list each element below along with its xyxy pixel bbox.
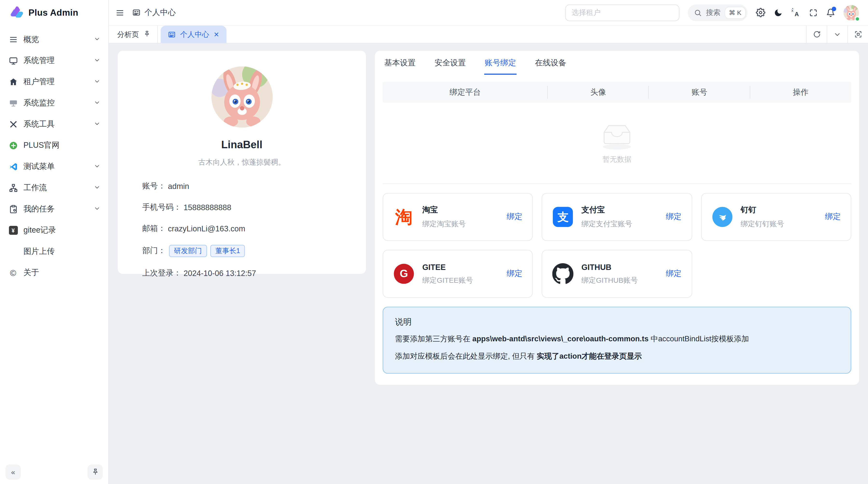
tab-profile-center[interactable]: 个人中心 ✕ <box>161 26 226 43</box>
tab-security-settings[interactable]: 安全设置 <box>434 51 466 75</box>
tenant-select-input[interactable] <box>565 4 679 21</box>
tab-basic-settings[interactable]: 基本设置 <box>384 51 416 75</box>
menu-lines-icon <box>8 35 18 44</box>
sidebar-item-system-monitor[interactable]: 系统监控 <box>5 93 104 114</box>
profile-avatar <box>211 66 273 128</box>
sidebar-collapse-button[interactable]: « <box>5 464 21 479</box>
bind-button[interactable]: 绑定 <box>666 212 682 222</box>
chevron-down-icon <box>94 56 100 65</box>
online-status-dot <box>855 16 860 22</box>
sidebar-item-system-management[interactable]: 系统管理 <box>5 50 104 71</box>
department-tag: 研发部门 <box>169 245 207 257</box>
column-header-avatar: 头像 <box>548 82 649 103</box>
content-fullscreen-button[interactable] <box>847 26 868 43</box>
row-label: 邮箱： <box>142 224 166 234</box>
profile-details: 账号： admin 手机号码： 15888888888 邮箱： crazyLio… <box>142 181 341 278</box>
sidebar-item-label: 系统管理 <box>23 56 88 66</box>
row-label: 部门： <box>142 246 166 256</box>
global-search-button[interactable]: 搜索 ⌘ K <box>688 4 747 21</box>
app-title: Plus Admin <box>28 8 79 18</box>
profile-row-email: 邮箱： crazyLionLi@163.com <box>142 224 341 234</box>
notification-badge <box>832 6 836 11</box>
sidebar-item-plus-website[interactable]: PLUS官网 <box>5 135 104 156</box>
sidebar-item-system-tools[interactable]: 系统工具 <box>5 114 104 135</box>
sidebar-item-workflow[interactable]: 工作流 <box>5 178 104 199</box>
tab-online-devices[interactable]: 在线设备 <box>534 51 567 75</box>
app-logo-icon <box>9 5 23 20</box>
tab-analysis-page[interactable]: 分析页 <box>109 26 158 43</box>
home-icon <box>8 77 18 87</box>
bind-card-github: GITHUB 绑定GITHUB账号 绑定 <box>542 250 692 298</box>
bind-desc: 绑定GITEE账号 <box>422 275 499 285</box>
sidebar-item-overview[interactable]: 概览 <box>5 29 104 50</box>
tab-account-binding[interactable]: 账号绑定 <box>484 51 517 75</box>
bind-button[interactable]: 绑定 <box>825 212 841 222</box>
tab-options-chevron[interactable] <box>827 26 847 43</box>
empty-inbox-icon <box>600 122 634 150</box>
sidebar-item-label: PLUS官网 <box>23 140 100 151</box>
binding-table-header: 绑定平台 头像 账号 操作 <box>383 82 851 103</box>
row-value: 15888888888 <box>184 203 231 212</box>
id-card-icon <box>168 30 176 38</box>
bind-button[interactable]: 绑定 <box>666 269 682 279</box>
bind-card-dingtalk: 钉钉 绑定钉钉账号 绑定 <box>701 193 851 241</box>
profile-card: LinaBell 古木向人秋，惊蓬掠鬓稠。 账号： admin 手机号码： 15… <box>118 51 366 274</box>
close-icon[interactable]: ✕ <box>214 30 219 38</box>
notifications-bell-icon[interactable] <box>826 8 835 17</box>
workflow-icon <box>8 183 18 193</box>
sidebar-item-my-tasks[interactable]: 我的任务 <box>5 199 104 220</box>
sidebar-item-test-menu[interactable]: 测试菜单 <box>5 156 104 178</box>
empty-state-text: 暂无数据 <box>602 154 631 164</box>
main-area: 个人中心 搜索 ⌘ K xA <box>109 0 868 484</box>
tab-label: 个人中心 <box>180 29 209 39</box>
sidebar-item-about[interactable]: © 关于 <box>5 262 104 283</box>
settings-panel: 基本设置 安全设置 账号绑定 在线设备 绑定平台 头像 账号 操作 <box>375 51 859 385</box>
column-header-actions: 操作 <box>750 82 851 103</box>
bind-title: 钉钉 <box>741 205 817 215</box>
breadcrumb-label: 个人中心 <box>145 7 176 18</box>
search-label: 搜索 <box>706 7 720 18</box>
gitee-icon: G <box>393 263 414 284</box>
bind-title: GITEE <box>422 262 499 271</box>
chevron-down-icon <box>94 162 100 171</box>
fullscreen-icon[interactable] <box>809 8 818 17</box>
yen-square-icon: ¥ <box>8 226 18 235</box>
sidebar-footer: « <box>0 459 108 484</box>
logo[interactable]: Plus Admin <box>0 0 108 26</box>
taobao-icon: 淘 <box>393 206 414 228</box>
sidebar-item-label: 我的任务 <box>23 204 88 214</box>
chevron-down-icon <box>94 120 100 129</box>
sidebar-menu: 概览 系统管理 租户管理 系统监控 系统工具 <box>0 26 108 459</box>
hamburger-menu-icon[interactable] <box>116 8 124 17</box>
sidebar-item-label: 关于 <box>23 268 100 278</box>
sidebar-item-tenant-management[interactable]: 租户管理 <box>5 71 104 93</box>
sidebar-item-label: 工作流 <box>23 183 88 193</box>
chevron-down-icon <box>94 99 100 108</box>
sidebar-item-gitee-records[interactable]: ¥ gitee记录 <box>5 220 104 241</box>
language-translate-icon[interactable]: xA <box>791 8 801 17</box>
bind-desc: 绑定GITHUB账号 <box>582 275 658 285</box>
bind-desc: 绑定淘宝账号 <box>422 219 499 229</box>
bind-title: GITHUB <box>582 262 658 271</box>
breadcrumb: 个人中心 <box>132 7 176 18</box>
sidebar-item-label: 测试菜单 <box>23 162 88 172</box>
sidebar-pin-button[interactable] <box>88 464 102 479</box>
bind-button[interactable]: 绑定 <box>507 269 523 279</box>
display-icon <box>8 98 18 108</box>
sidebar-item-image-upload[interactable]: 图片上传 <box>5 241 104 262</box>
chevron-down-icon <box>94 35 100 44</box>
note-line-1: 需要添加第三方账号在 apps\web-antd\src\views\_core… <box>395 333 839 345</box>
pin-icon[interactable] <box>144 30 151 39</box>
binding-cards: 淘 淘宝 绑定淘宝账号 绑定 支 支付宝 绑定支付宝账号 绑定 <box>383 193 851 298</box>
row-label: 账号： <box>142 181 166 191</box>
refresh-button[interactable] <box>806 26 827 43</box>
bind-card-alipay: 支 支付宝 绑定支付宝账号 绑定 <box>542 193 692 241</box>
settings-gear-icon[interactable] <box>756 8 765 17</box>
search-icon <box>694 9 702 17</box>
dark-mode-moon-icon[interactable] <box>774 8 783 17</box>
bind-title: 淘宝 <box>422 205 499 215</box>
user-avatar[interactable] <box>843 5 859 21</box>
vscode-icon <box>8 162 18 171</box>
monitor-icon <box>8 56 18 66</box>
bind-button[interactable]: 绑定 <box>507 212 523 222</box>
